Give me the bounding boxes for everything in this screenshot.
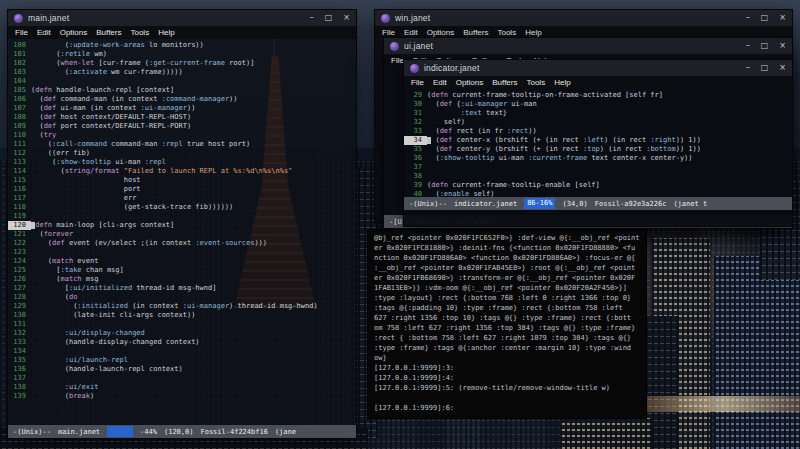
menu-item-tools[interactable]: Tools [130,28,149,37]
titlebar[interactable]: win.janet – □ × [375,10,792,26]
code-editor-indicator[interactable]: 29(defn current-frame-tooltip-on-frame-a… [404,89,792,197]
code-line[interactable]: 119 [8,212,356,221]
code-line[interactable]: 135 :ui/launch-repl [8,356,356,365]
code-line[interactable]: 112 ((err fib) [8,149,356,158]
code-line[interactable]: 105(defn handle-launch-repl [context] [8,86,356,95]
terminal-window[interactable]: @bj_ref <pointer 0x020F1FC652F0>} :def-v… [368,230,646,418]
code-line[interactable]: 40 (:enable self) [404,190,792,197]
modeline-indicator[interactable]: -(Unix)-- indicator.janet 86-16% (34,0) … [404,197,792,210]
code-line[interactable]: 132 :ui/display-changed [8,329,356,338]
titlebar[interactable]: indicator.janet – □ × [404,60,792,76]
titlebar[interactable]: ui.janet – □ × [384,38,792,54]
code-line[interactable]: 116 port [8,185,356,194]
minimize-button[interactable]: – [746,10,750,26]
code-line[interactable]: 108 (def host context/DEFAULT-REPL-HOST) [8,113,356,122]
code-line[interactable]: 125 [:take chan msg] [8,266,356,275]
menu-item-tools[interactable]: Tools [526,78,545,87]
emacs-icon [381,14,390,23]
code-line[interactable]: 35 (def center-y (brshift (+ (in rect :t… [404,145,792,154]
menu-item-edit[interactable]: Edit [404,28,418,37]
code-line[interactable]: 128 (do [8,293,356,302]
menu-item-file[interactable]: File [391,56,404,65]
close-button[interactable]: × [779,60,786,76]
code-line[interactable]: 107 (def ui-man (in context :ui-manager)… [8,104,356,113]
code-line[interactable]: 39(defn current-frame-tooltip-enable [se… [404,181,792,190]
menu-item-file[interactable]: File [411,78,424,87]
code-line[interactable]: 110 (try [8,131,356,140]
code-line[interactable]: 136 (handle-launch-repl context) [8,365,356,374]
close-button[interactable]: × [779,10,786,26]
menu-item-buffers[interactable]: Buffers [96,28,121,37]
code-line[interactable]: 122 (def event (ev/select ;(in context :… [8,239,356,248]
code-line[interactable]: 139 (break) [8,392,356,401]
code-line[interactable]: 129 (:initialized (in context :ui-manage… [8,302,356,311]
code-editor-main[interactable]: 100 (:update-work-areas lo monitors))101… [8,39,356,425]
window-title: ui.janet [404,41,433,51]
code-line[interactable]: 121 (forever [8,230,356,239]
menu-item-help[interactable]: Help [158,28,174,37]
code-text: (defn current-frame-tooltip-on-frame-act… [427,91,663,100]
menu-item-help[interactable]: Help [525,28,541,37]
code-line[interactable]: 32 self) [404,118,792,127]
code-line[interactable]: 101 (:retile wm) [8,50,356,59]
code-line[interactable]: 133 (handle-display-changed context) [8,338,356,347]
code-line[interactable]: 111 (:call-command command-man :repl tru… [8,140,356,149]
menu-item-edit[interactable]: Edit [37,28,51,37]
code-line[interactable]: 115 host [8,176,356,185]
menu-item-file[interactable]: File [382,28,395,37]
code-line[interactable]: 104 [8,77,356,86]
close-button[interactable]: × [343,10,350,26]
code-line[interactable]: 134 [8,347,356,356]
code-line[interactable]: 113 (:show-tooltip ui-man :repl [8,158,356,167]
code-line[interactable]: 137 [8,374,356,383]
code-line[interactable]: 109 (def port context/DEFAULT-REPL-PORT) [8,122,356,131]
code-line[interactable]: 102 (when-let [cur-frame (:get-current-f… [8,59,356,68]
code-line[interactable]: 138 :ui/exit [8,383,356,392]
menu-item-options[interactable]: Options [60,28,88,37]
code-line[interactable]: 120(defn main-loop [cli-args context] [8,221,356,230]
code-line[interactable]: 114 (string/format "Failed to launch REP… [8,167,356,176]
close-button[interactable]: × [779,38,786,54]
minimize-button[interactable]: – [310,10,314,26]
maximize-button[interactable]: □ [325,10,333,26]
code-line[interactable]: 118 (get-stack-trace fib)))))) [8,203,356,212]
code-line[interactable]: 33 (def rect (in fr :rect)) [404,127,792,136]
code-line[interactable]: 106 (def command-man (in context :comman… [8,95,356,104]
menu-item-options[interactable]: Options [427,28,455,37]
code-line[interactable]: 29(defn current-frame-tooltip-on-frame-a… [404,91,792,100]
minimize-button[interactable]: – [746,38,750,54]
code-line[interactable]: 130 (late-init cli-args context)) [8,311,356,320]
menu-item-options[interactable]: Options [456,78,484,87]
code-line[interactable]: 123 [8,248,356,257]
code-line[interactable]: 103 (:activate wm cur-frame))))) [8,68,356,77]
code-line[interactable]: 127 [:ui/initialized thread-id msg-hwnd] [8,284,356,293]
code-line[interactable]: 124 (match event [8,257,356,266]
code-line[interactable]: 30 (def {:ui-manager ui-man [404,100,792,109]
modeline-main[interactable]: -(Unix)-- main.janet -44% (120,0) Fossil… [8,425,356,438]
minimize-button[interactable]: – [746,60,750,76]
maximize-button[interactable]: □ [761,60,769,76]
titlebar[interactable]: main.janet – □ × [8,10,356,26]
code-line[interactable]: 37 [404,163,792,172]
menu-item-file[interactable]: File [15,28,28,37]
line-number: 40 [404,190,427,197]
code-line[interactable]: 36 (:show-tooltip ui-man :current-frame … [404,154,792,163]
menu-item-help[interactable]: Help [554,78,570,87]
code-line[interactable]: 100 (:update-work-areas lo monitors)) [8,41,356,50]
line-number: 119 [8,212,31,221]
maximize-button[interactable]: □ [761,38,769,54]
code-text: (:enable self) [427,190,494,197]
menu-item-buffers[interactable]: Buffers [463,28,488,37]
code-line[interactable]: 34 (def center-x (brshift (+ (in rect :l… [404,136,792,145]
menu-item-edit[interactable]: Edit [433,78,447,87]
code-line[interactable]: 38 [404,172,792,181]
maximize-button[interactable]: □ [761,10,769,26]
menu-item-tools[interactable]: Tools [497,28,516,37]
code-line[interactable]: 31 :text text} [404,109,792,118]
line-number: 117 [8,194,31,203]
code-line[interactable]: 117 err [8,194,356,203]
menu-item-buffers[interactable]: Buffers [492,78,517,87]
code-line[interactable]: 126 (match msg [8,275,356,284]
code-line[interactable]: 131 [8,320,356,329]
line-number: 121 [8,230,31,239]
